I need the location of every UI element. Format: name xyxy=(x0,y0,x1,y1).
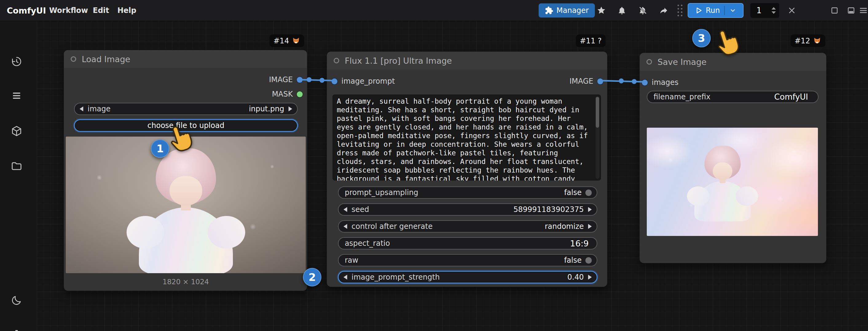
topbar: ComfyUI Workflow Edit Help Manager xyxy=(0,0,868,21)
collapse-dot-icon[interactable] xyxy=(647,59,652,64)
decrement-arrow-icon[interactable] xyxy=(79,106,84,112)
scrollbar-thumb[interactable] xyxy=(596,97,599,128)
fox-icon xyxy=(292,36,300,45)
slot-label: MASK xyxy=(272,90,293,99)
box-icon[interactable] xyxy=(9,123,25,139)
play-icon xyxy=(695,6,703,15)
image-dimensions-caption: 1820 × 1024 xyxy=(64,278,308,286)
node-id-badge: #12 xyxy=(790,34,825,47)
increment-arrow-icon[interactable] xyxy=(288,106,293,112)
widget-value: false xyxy=(564,188,582,197)
control-after-generate-widget[interactable]: control after generate randomize xyxy=(338,220,597,232)
output-dot-image[interactable] xyxy=(597,78,603,84)
drag-dots-icon[interactable] xyxy=(675,0,685,21)
image-prompt-strength-widget[interactable]: image_prompt_strength 0.40 xyxy=(338,271,597,283)
stepper-arrows-icon[interactable] xyxy=(771,7,776,14)
step-badge-3: 3 xyxy=(692,29,711,47)
widget-label: seed xyxy=(351,205,369,214)
node-header[interactable]: Flux 1.1 [pro] Ultra Image xyxy=(327,52,607,70)
star-icon[interactable] xyxy=(594,0,609,21)
node-header[interactable]: Load Image xyxy=(64,50,307,68)
close-icon[interactable] xyxy=(784,0,799,21)
scrollbar-track[interactable] xyxy=(595,96,599,179)
widget-value: 589991183902375 xyxy=(514,205,584,214)
app-logo: ComfyUI xyxy=(7,0,46,21)
history-icon[interactable] xyxy=(9,54,25,70)
bell-icon[interactable] xyxy=(615,0,629,21)
prompt-upsampling-toggle[interactable]: prompt_upsampling false xyxy=(338,186,597,199)
step-badge-2: 2 xyxy=(303,268,321,286)
square-icon[interactable] xyxy=(827,0,842,21)
manager-button[interactable]: Manager xyxy=(538,3,595,18)
node-id-badge: #11 ? xyxy=(576,34,606,47)
figure-bubbles xyxy=(647,128,818,236)
output-dot-image[interactable] xyxy=(297,77,303,83)
decrement-arrow-icon[interactable] xyxy=(343,206,348,213)
run-label: Run xyxy=(706,6,720,15)
prompt-text: A dreamy, surreal half-body portrait of … xyxy=(337,97,593,181)
loaded-image-preview[interactable] xyxy=(66,137,306,273)
node-save-image[interactable]: Save Image images filename_prefix ComfyU… xyxy=(640,53,827,263)
output-slot-image: IMAGE xyxy=(269,74,303,86)
node-id-text: #12 xyxy=(795,36,810,45)
node-flux-ultra-image[interactable]: Flux 1.1 [pro] Ultra Image image_prompt … xyxy=(327,51,608,287)
output-slot-mask: MASK xyxy=(272,88,303,100)
saved-image-preview[interactable] xyxy=(647,128,818,236)
seed-widget[interactable]: seed 589991183902375 xyxy=(338,203,597,216)
collapse-dot-icon[interactable] xyxy=(71,56,76,62)
menu-help[interactable]: Help xyxy=(117,0,136,21)
collapse-dot-icon[interactable] xyxy=(334,58,339,63)
increment-arrow-icon[interactable] xyxy=(587,223,592,229)
widget-label: filename_prefix xyxy=(654,92,710,101)
filename-prefix-widget[interactable]: filename_prefix ComfyUI xyxy=(647,91,818,103)
widget-value: 0.40 xyxy=(567,273,584,281)
decrement-arrow-icon[interactable] xyxy=(343,274,348,280)
toggle-dot-icon[interactable] xyxy=(585,257,592,264)
batch-count-stepper[interactable]: 1 xyxy=(750,3,779,18)
run-button[interactable]: Run xyxy=(688,3,744,18)
queue-list-icon[interactable] xyxy=(9,88,25,104)
hamburger-icon[interactable] xyxy=(856,0,868,21)
widget-label: control after generate xyxy=(351,222,433,231)
bell-off-icon[interactable] xyxy=(636,0,650,21)
figure-bubbles xyxy=(66,137,306,273)
widget-label: aspect_ratio xyxy=(345,239,390,248)
widget-label: image_prompt_strength xyxy=(351,273,440,281)
preview-figure xyxy=(66,137,306,273)
output-slot-image: IMAGE xyxy=(569,75,603,87)
prompt-textarea[interactable]: A dreamy, surreal half-body portrait of … xyxy=(333,94,601,181)
node-load-image[interactable]: Load Image IMAGE MASK image input.png ch… xyxy=(64,50,307,291)
widget-label: prompt_upsampling xyxy=(345,188,418,197)
node-id-text: #11 ? xyxy=(580,36,601,45)
gear-icon[interactable] xyxy=(9,327,25,331)
increment-arrow-icon[interactable] xyxy=(587,274,592,280)
aspect-ratio-widget[interactable]: aspect_ratio 16:9 xyxy=(338,237,597,249)
slot-label: image_prompt xyxy=(341,77,395,85)
widget-value: randomize xyxy=(545,222,584,231)
run-button-divider xyxy=(724,6,725,15)
slot-label: images xyxy=(652,78,678,87)
decrement-arrow-icon[interactable] xyxy=(343,223,348,229)
input-dot-image-prompt[interactable] xyxy=(332,78,337,84)
widget-label: raw xyxy=(345,256,358,265)
raw-toggle[interactable]: raw false xyxy=(338,254,597,267)
menu-edit[interactable]: Edit xyxy=(93,0,109,21)
moon-icon[interactable] xyxy=(9,292,25,308)
batch-count-value: 1 xyxy=(756,6,762,15)
node-title: Save Image xyxy=(657,57,706,67)
widget-value: 16:9 xyxy=(570,239,589,248)
left-sidebar xyxy=(0,21,37,331)
widget-value: input.png xyxy=(249,105,284,113)
folder-icon[interactable] xyxy=(9,158,25,174)
toggle-dot-icon[interactable] xyxy=(585,190,592,196)
chevron-down-icon[interactable] xyxy=(729,7,737,14)
slot-label: IMAGE xyxy=(269,75,293,84)
increment-arrow-icon[interactable] xyxy=(587,206,592,213)
image-combo-widget[interactable]: image input.png xyxy=(74,103,298,115)
share-icon[interactable] xyxy=(656,0,671,21)
menu-workflow[interactable]: Workflow xyxy=(49,0,88,21)
output-dot-mask[interactable] xyxy=(297,91,303,97)
input-dot-images[interactable] xyxy=(642,80,648,85)
comfyui-app: ComfyUI Workflow Edit Help Manager xyxy=(0,0,868,331)
slot-label: IMAGE xyxy=(569,77,593,85)
